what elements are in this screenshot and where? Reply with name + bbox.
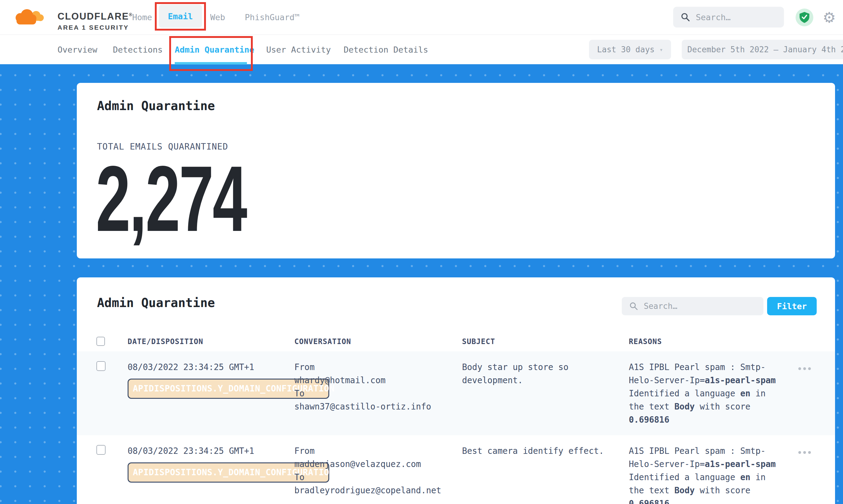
brand-name: CLOUDFLARE® <box>57 11 133 22</box>
tab-detections[interactable]: Detections <box>113 35 163 65</box>
table-header: DATE/DISPOSITION CONVERSATION SUBJECT RE… <box>77 332 835 352</box>
row-conversation: From whardy@hotmail.com To shawn37@casti… <box>294 361 431 413</box>
row-reasons: A1S IPBL Pearl spam : Smtp-Helo-Server-I… <box>629 444 780 504</box>
row-date: 08/03/2022 23:34:25 GMT+1 <box>128 444 254 457</box>
nav-home[interactable]: Home <box>132 0 152 35</box>
tab-overview[interactable]: Overview <box>57 35 97 65</box>
search-icon <box>629 302 638 311</box>
tab-admin-quarantine[interactable]: Admin Quarantine <box>175 35 254 65</box>
row-reasons: A1S IPBL Pearl spam : Smtp-Helo-Server-I… <box>629 361 780 426</box>
protection-status-badge[interactable] <box>795 8 813 26</box>
table-row[interactable]: 08/03/2022 23:34:25 GMT+1 APIDISPOSITION… <box>77 435 835 504</box>
col-reasons: REASONS <box>629 332 662 352</box>
chevron-down-icon: ▾ <box>660 46 663 53</box>
select-all-checkbox[interactable] <box>96 337 105 346</box>
table-row[interactable]: 08/03/2022 23:34:25 GMT+1 APIDISPOSITION… <box>77 352 835 435</box>
to-label: To <box>294 387 431 400</box>
search-icon <box>681 12 690 22</box>
time-range-dropdown[interactable]: Last 30 days ▾ <box>589 40 671 59</box>
table-card-title: Admin Quarantine <box>97 296 215 310</box>
filter-button[interactable]: Filter <box>767 297 817 315</box>
top-bar: CLOUDFLARE® AREA 1 SECURITY Home Email W… <box>0 0 843 35</box>
brand-subtitle: AREA 1 SECURITY <box>57 24 133 31</box>
global-search-input[interactable] <box>696 13 774 22</box>
cloudflare-logo[interactable]: CLOUDFLARE® AREA 1 SECURITY <box>11 4 121 31</box>
cloudflare-cloud-icon <box>11 5 45 31</box>
quarantine-table-card: Admin Quarantine Filter DATE/DISPOSITION… <box>77 277 835 504</box>
row-date: 08/03/2022 23:34:25 GMT+1 <box>128 361 254 374</box>
total-quarantined-value: 2,274 <box>96 152 246 245</box>
table-search-input[interactable] <box>644 302 744 311</box>
col-conversation: CONVERSATION <box>294 332 351 352</box>
row-subject: Body star up store so development. <box>462 361 606 387</box>
from-label: From <box>294 361 431 374</box>
global-search[interactable] <box>673 7 784 28</box>
row-subject: Best camera identify effect. <box>462 444 606 457</box>
tab-user-activity[interactable]: User Activity <box>266 35 331 65</box>
to-address: shawn37@castillo-ortiz.info <box>294 400 431 413</box>
from-label: From <box>294 444 441 457</box>
quarantine-summary-card: Admin Quarantine TOTAL EMAILS QUARANTINE… <box>77 83 835 258</box>
tab-detection-details[interactable]: Detection Details <box>344 35 428 65</box>
settings-gear-icon[interactable]: ⚙ <box>820 0 838 35</box>
table-search[interactable] <box>622 297 763 315</box>
row-actions-menu[interactable] <box>798 451 811 454</box>
col-date-disposition: DATE/DISPOSITION <box>128 332 203 352</box>
from-address: whardy@hotmail.com <box>294 374 431 387</box>
nav-phishguard[interactable]: PhishGuard™ <box>245 0 300 35</box>
row-checkbox[interactable] <box>96 361 106 371</box>
to-label: To <box>294 471 441 484</box>
row-conversation: From maddenjason@velazquez.com To bradle… <box>294 444 441 497</box>
to-address: bradleyrodriguez@copeland.net <box>294 484 441 497</box>
row-checkbox[interactable] <box>96 445 106 455</box>
col-subject: SUBJECT <box>462 332 495 352</box>
nav-email[interactable]: Email <box>159 5 202 28</box>
active-tab-indicator <box>175 62 247 65</box>
area1-dashboard: CLOUDFLARE® AREA 1 SECURITY Home Email W… <box>0 0 843 504</box>
shield-check-icon <box>799 12 810 23</box>
brand-text: CLOUDFLARE® AREA 1 SECURITY <box>57 11 133 31</box>
email-sub-nav: Overview Detections Admin Quarantine Use… <box>0 35 843 64</box>
date-range-display[interactable]: December 5th 2022 — January 4th 2023 <box>682 40 843 59</box>
nav-web[interactable]: Web <box>210 0 225 35</box>
from-address: maddenjason@velazquez.com <box>294 457 441 471</box>
row-actions-menu[interactable] <box>798 367 811 370</box>
summary-card-title: Admin Quarantine <box>97 99 215 113</box>
